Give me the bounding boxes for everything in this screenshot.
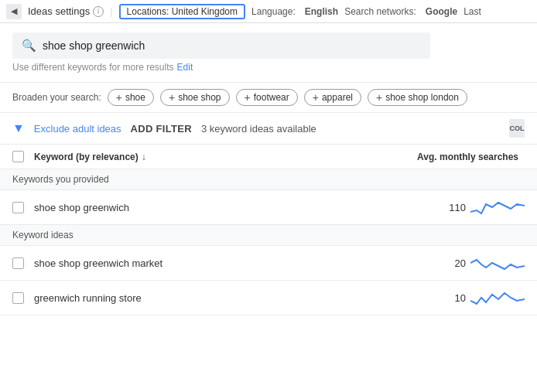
broaden-pill-footwear[interactable]: + footwear: [236, 89, 298, 106]
broaden-pill-shoe[interactable]: + shoe: [108, 89, 154, 106]
broaden-pill-shoe-shop-london[interactable]: + shoe shop london: [368, 89, 467, 106]
row-checkbox[interactable]: [12, 257, 24, 269]
plus-icon: +: [376, 92, 382, 103]
exclude-adult-button[interactable]: Exclude adult ideas: [34, 123, 121, 135]
search-area: 🔍 shoe shop greenwich Use different keyw…: [0, 23, 537, 82]
section-label: Keywords you provided: [12, 174, 109, 185]
add-filter-button[interactable]: ADD FILTER: [131, 123, 192, 135]
language-label: Language:: [251, 6, 296, 17]
columns-button[interactable]: COL: [509, 119, 525, 138]
monthly-cell: 110: [401, 196, 525, 218]
filter-bar: ▼ Exclude adult ideas ADD FILTER 3 keywo…: [0, 113, 537, 145]
header-checkbox-cell: [12, 151, 34, 162]
location-value: United Kingdom: [172, 6, 238, 17]
pill-label: shoe shop london: [385, 92, 459, 103]
pill-label: shoe shop: [178, 92, 221, 103]
keyword-cell: greenwich running store: [34, 292, 401, 304]
language-section: Language: English: [251, 6, 338, 17]
ideas-settings-title: Ideas settings i: [28, 5, 104, 17]
location-button[interactable]: Locations: United Kingdom: [119, 4, 245, 19]
use-different-hint: Use different keywords for more results …: [12, 59, 525, 79]
table-row: shoe shop greenwich 110: [0, 190, 537, 225]
last-label: Last: [463, 6, 481, 17]
suggestion-text: Use different keywords for more results: [12, 62, 174, 73]
pill-label: apparel: [322, 92, 353, 103]
keyword-cell: shoe shop greenwich: [34, 202, 401, 213]
last-section: Last: [463, 6, 481, 17]
search-box: 🔍 shoe shop greenwich: [12, 32, 430, 59]
monthly-value: 20: [443, 257, 466, 269]
keyword-count: 3 keyword ideas available: [201, 123, 316, 135]
search-networks-value: Google: [426, 6, 457, 17]
sparkline-chart: [470, 196, 525, 218]
broaden-row: Broaden your search: + shoe + shoe shop …: [0, 82, 537, 113]
search-icon: 🔍: [22, 39, 36, 53]
table-row: shoe shop greenwich market 20: [0, 246, 537, 281]
monthly-cell: 10: [401, 287, 525, 308]
edit-link[interactable]: Edit: [177, 62, 193, 73]
language-value: English: [305, 6, 338, 17]
info-icon[interactable]: i: [93, 6, 104, 17]
table-header: Keyword (by relevance) ↓ Avg. monthly se…: [0, 145, 537, 169]
back-button[interactable]: ◀: [6, 4, 22, 19]
plus-icon: +: [169, 92, 175, 103]
section-header-ideas: Keyword ideas: [0, 225, 537, 246]
title-text: Ideas settings: [28, 5, 90, 17]
sort-icon: ↓: [142, 152, 146, 162]
broaden-label: Broaden your search:: [12, 92, 101, 103]
monthly-searches-header: Avg. monthly searches: [401, 152, 525, 162]
search-networks-label: Search networks:: [344, 6, 416, 17]
table-row: greenwich running store 10: [0, 281, 537, 315]
search-query: shoe shop greenwich: [43, 39, 145, 52]
broaden-pill-apparel[interactable]: + apparel: [304, 89, 361, 106]
search-networks-section: Search networks: Google: [344, 6, 457, 17]
section-label: Keyword ideas: [12, 230, 74, 240]
filter-icon: ▼: [12, 121, 25, 135]
keyword-header-label: Keyword (by relevance): [34, 152, 139, 162]
section-header-provided: Keywords you provided: [0, 169, 537, 190]
pill-label: footwear: [254, 92, 289, 103]
select-all-checkbox[interactable]: [12, 151, 24, 162]
monthly-value: 10: [443, 292, 466, 304]
divider: |: [110, 5, 112, 17]
plus-icon: +: [313, 92, 319, 103]
plus-icon: +: [245, 92, 251, 103]
plus-icon: +: [116, 92, 122, 103]
row-checkbox-cell: [12, 257, 34, 269]
monthly-value: 110: [443, 202, 466, 213]
top-bar: ◀ Ideas settings i | Locations: United K…: [0, 0, 537, 23]
keyword-cell: shoe shop greenwich market: [34, 257, 401, 269]
sparkline-chart: [470, 287, 525, 308]
sparkline-chart: [470, 252, 525, 274]
row-checkbox-cell: [12, 202, 34, 213]
location-section: Locations: United Kingdom: [119, 4, 245, 19]
back-icon: ◀: [11, 6, 17, 16]
location-label: Locations:: [127, 6, 169, 17]
monthly-cell: 20: [401, 252, 525, 274]
pill-label: shoe: [125, 92, 145, 103]
row-checkbox-cell: [12, 292, 34, 304]
row-checkbox[interactable]: [12, 202, 24, 213]
row-checkbox[interactable]: [12, 292, 24, 304]
broaden-pill-shoe-shop[interactable]: + shoe shop: [160, 89, 230, 106]
keyword-column-header[interactable]: Keyword (by relevance) ↓: [34, 152, 401, 162]
col-label: COL: [510, 124, 525, 132]
